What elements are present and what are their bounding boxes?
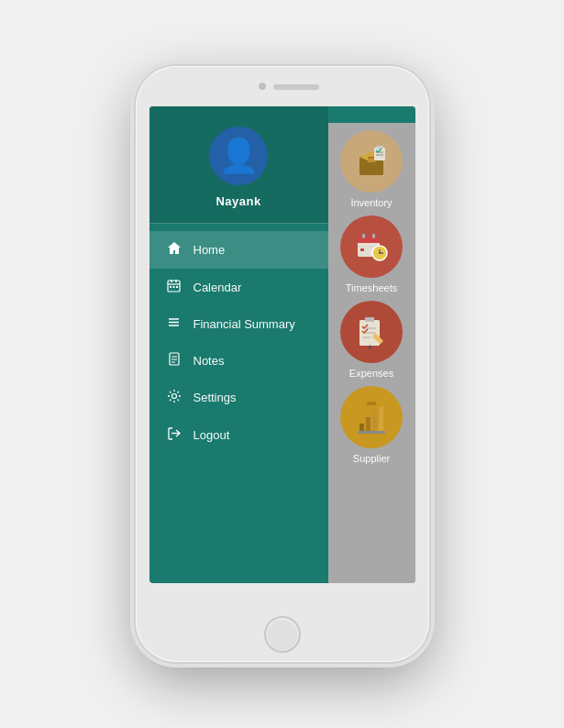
header-strip (328, 106, 415, 123)
menu-item-logout[interactable]: Logout (149, 416, 328, 454)
svg-rect-4 (170, 286, 171, 288)
menu-item-settings-label: Settings (194, 391, 237, 404)
menu-item-home[interactable]: Home (149, 231, 328, 269)
navigation-drawer: 👤 Nayank Home (149, 106, 328, 583)
svg-rect-30 (366, 248, 370, 251)
svg-rect-19 (368, 157, 375, 159)
avatar: 👤 (209, 127, 268, 185)
drawer-header: 👤 Nayank (149, 106, 328, 224)
home-icon (166, 241, 182, 259)
logout-icon (166, 426, 182, 444)
menu-item-calendar[interactable]: Calendar (149, 269, 328, 305)
settings-icon (166, 389, 182, 406)
supplier-icon-circle (340, 386, 403, 448)
app-grid: Inventory (328, 106, 415, 583)
app-item-supplier[interactable]: Supplier (336, 386, 408, 464)
svg-rect-50 (363, 403, 380, 416)
svg-rect-6 (176, 286, 178, 288)
menu-item-home-label: Home (194, 243, 226, 257)
phone-screen: 👤 Nayank Home (149, 106, 415, 583)
timesheets-label: Timesheets (346, 282, 397, 293)
expenses-icon-circle (340, 301, 403, 363)
inventory-label: Inventory (350, 197, 392, 208)
menu-item-notes-label: Notes (194, 354, 225, 368)
svg-point-14 (171, 394, 176, 399)
menu-item-settings[interactable]: Settings (149, 379, 328, 416)
menu-list: Home Calendar (149, 224, 328, 583)
menu-item-financial-summary[interactable]: Financial Summary (149, 305, 328, 342)
menu-item-financial-summary-label: Financial Summary (194, 317, 295, 331)
calendar-icon (166, 279, 182, 295)
svg-rect-25 (358, 237, 380, 243)
app-item-timesheets[interactable]: Timesheets (336, 215, 408, 293)
svg-rect-21 (376, 146, 383, 149)
svg-rect-29 (360, 248, 364, 251)
supplier-label: Supplier (353, 453, 390, 464)
menu-item-notes[interactable]: Notes (149, 342, 328, 379)
expenses-label: Expenses (349, 368, 393, 379)
timesheets-icon-circle (340, 215, 403, 278)
notes-icon (166, 352, 182, 369)
app-item-expenses[interactable]: Expenses (336, 301, 408, 379)
svg-rect-32 (360, 253, 364, 256)
app-item-inventory[interactable]: Inventory (336, 130, 408, 208)
home-button[interactable] (264, 616, 301, 653)
menu-item-calendar-label: Calendar (194, 281, 242, 294)
menu-item-logout-label: Logout (194, 428, 230, 442)
phone-camera (259, 83, 266, 90)
svg-rect-49 (358, 431, 385, 434)
svg-point-37 (379, 252, 381, 254)
phone-frame: 👤 Nayank Home (136, 66, 429, 662)
svg-rect-33 (366, 253, 370, 256)
phone-speaker (273, 84, 319, 90)
inventory-icon-circle (340, 130, 403, 193)
financial-summary-icon (166, 315, 182, 332)
username-label: Nayank (216, 194, 260, 208)
svg-rect-39 (365, 317, 374, 322)
svg-rect-51 (367, 402, 376, 405)
svg-rect-5 (173, 286, 175, 288)
svg-rect-26 (362, 234, 365, 238)
user-icon: 👤 (218, 139, 260, 172)
svg-rect-46 (366, 417, 370, 433)
svg-rect-27 (372, 234, 375, 238)
